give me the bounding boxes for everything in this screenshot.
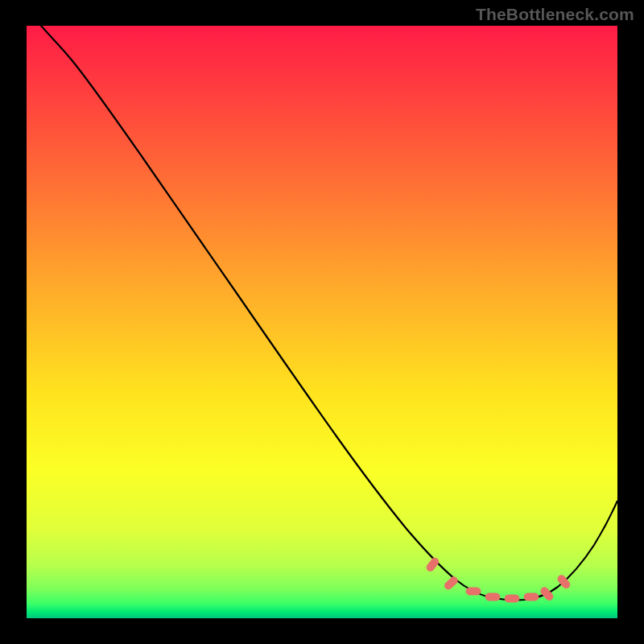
marker bbox=[425, 556, 440, 572]
plot-area bbox=[27, 26, 617, 618]
curve-path bbox=[27, 26, 617, 600]
marker bbox=[556, 574, 571, 590]
marker bbox=[505, 595, 519, 602]
svg-rect-0 bbox=[425, 556, 440, 572]
svg-rect-2 bbox=[466, 588, 481, 595]
marker bbox=[524, 593, 539, 601]
svg-rect-4 bbox=[505, 595, 519, 602]
svg-rect-1 bbox=[444, 576, 459, 591]
chart-container: TheBottleneck.com bbox=[0, 0, 644, 644]
marker bbox=[485, 593, 500, 601]
svg-rect-7 bbox=[556, 574, 571, 590]
marker bbox=[466, 588, 481, 595]
svg-rect-3 bbox=[485, 593, 500, 601]
optimal-range-markers bbox=[425, 556, 571, 602]
marker bbox=[444, 576, 459, 591]
svg-rect-6 bbox=[539, 586, 555, 601]
marker bbox=[539, 586, 555, 601]
bottleneck-curve bbox=[27, 26, 617, 618]
watermark-text: TheBottleneck.com bbox=[476, 5, 634, 24]
svg-rect-5 bbox=[524, 593, 539, 601]
